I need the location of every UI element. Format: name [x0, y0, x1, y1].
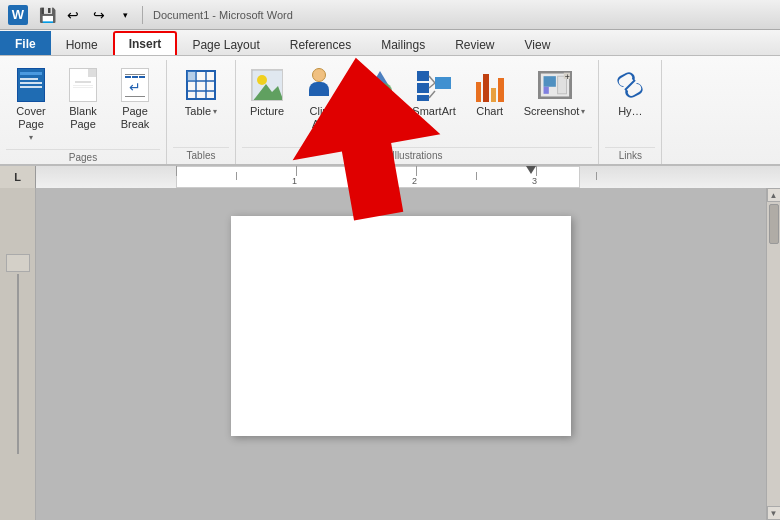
tab-home[interactable]: Home	[51, 33, 113, 55]
document-title: Document1 - Microsoft Word	[153, 9, 293, 21]
quick-access-toolbar: W 💾 ↩ ↪ ▾ Document1 - Microsoft Word	[8, 4, 293, 26]
ribbon: CoverPage ▾ BlankPage	[0, 56, 780, 166]
page-break-icon: ↵	[117, 67, 153, 103]
svg-text:+: +	[564, 72, 569, 82]
ribbon-group-illustrations: Picture ClipArt	[236, 60, 599, 164]
shapes-dropdown-arrow: ▾	[392, 107, 396, 116]
page-number-indicator	[6, 274, 30, 454]
picture-button[interactable]: Picture	[242, 62, 292, 120]
ruler-tick	[596, 172, 597, 180]
smartart-button[interactable]: SmartArt	[405, 62, 462, 120]
svg-rect-5	[187, 71, 196, 81]
ruler-area: L 1 2 3	[0, 166, 780, 188]
svg-rect-13	[417, 83, 429, 93]
left-sidebar	[0, 188, 36, 520]
tab-view[interactable]: View	[510, 33, 566, 55]
ruler-tick	[176, 166, 177, 176]
blank-page-icon	[65, 67, 101, 103]
ruler-tick	[476, 172, 477, 180]
tables-group-label: Tables	[173, 147, 229, 164]
scroll-track	[767, 202, 780, 506]
screenshot-icon: +	[537, 67, 573, 103]
ribbon-group-pages: CoverPage ▾ BlankPage	[0, 60, 167, 164]
svg-rect-17	[435, 77, 451, 89]
shapes-icon	[357, 67, 393, 103]
cover-page-icon	[13, 67, 49, 103]
ruler-tick	[356, 172, 357, 180]
screenshot-label: Screenshot	[524, 105, 580, 117]
scroll-up-button[interactable]: ▲	[767, 188, 781, 202]
blank-page-button[interactable]: BlankPage	[58, 62, 108, 134]
clip-art-button[interactable]: ClipArt	[294, 62, 344, 134]
doc-content	[36, 188, 766, 520]
svg-rect-14	[417, 95, 429, 101]
links-group-label: Links	[605, 147, 655, 164]
table-icon	[183, 67, 219, 103]
pages-group-label: Pages	[6, 149, 160, 166]
shapes-button[interactable]: Shapes ▾	[346, 62, 403, 120]
svg-point-11	[376, 83, 392, 99]
document-area: ▲ ▼	[0, 188, 780, 520]
ruler-tick	[536, 166, 537, 176]
redo-button[interactable]: ↪	[88, 4, 110, 26]
ribbon-group-links: Hy… Links	[599, 60, 662, 164]
ribbon-group-tables: Table ▾ Tables	[167, 60, 236, 164]
scroll-thumb[interactable]	[769, 204, 779, 244]
tab-review[interactable]: Review	[440, 33, 509, 55]
scroll-down-button[interactable]: ▼	[767, 506, 781, 520]
page-break-button[interactable]: ↵ PageBreak	[110, 62, 160, 134]
svg-rect-12	[417, 71, 429, 81]
illustrations-group-label: Illustrations	[242, 147, 592, 164]
word-icon: W	[8, 5, 28, 25]
table-button-label: Table	[185, 105, 211, 117]
vertical-scrollbar: ▲ ▼	[766, 188, 780, 520]
title-bar: W 💾 ↩ ↪ ▾ Document1 - Microsoft Word	[0, 0, 780, 30]
smartart-icon	[416, 67, 452, 103]
page-marker	[6, 254, 30, 272]
svg-line-18	[429, 91, 435, 98]
screenshot-dropdown-arrow: ▾	[581, 107, 585, 116]
undo-button[interactable]: ↩	[62, 4, 84, 26]
screenshot-button[interactable]: + Screenshot ▾	[517, 62, 593, 120]
save-button[interactable]: 💾	[36, 4, 58, 26]
chart-icon	[472, 67, 508, 103]
tab-insert[interactable]: Insert	[113, 31, 178, 55]
ruler-tick	[296, 166, 297, 176]
svg-line-15	[429, 76, 435, 83]
hyperlink-icon	[612, 67, 648, 103]
clip-art-icon	[301, 67, 337, 103]
table-button[interactable]: Table ▾	[173, 62, 229, 120]
chart-button[interactable]: Chart	[465, 62, 515, 120]
ruler-align-button[interactable]: L	[0, 166, 36, 188]
cover-dropdown-arrow: ▾	[29, 133, 33, 142]
svg-rect-21	[543, 87, 548, 94]
ribbon-tabs: File Home Insert Page Layout References …	[0, 30, 780, 56]
table-dropdown-arrow: ▾	[213, 107, 217, 116]
tab-page-layout[interactable]: Page Layout	[177, 33, 274, 55]
shapes-label: Shapes	[353, 105, 390, 117]
svg-point-7	[257, 75, 267, 85]
svg-line-25	[625, 80, 635, 90]
document-page	[231, 216, 571, 436]
tab-mailings[interactable]: Mailings	[366, 33, 440, 55]
svg-line-16	[429, 83, 435, 88]
cover-page-button[interactable]: CoverPage ▾	[6, 62, 56, 145]
tab-references[interactable]: References	[275, 33, 366, 55]
svg-rect-20	[543, 76, 555, 87]
hyperlink-button[interactable]: Hy…	[605, 62, 655, 120]
ruler-marker[interactable]	[526, 166, 536, 174]
tab-file[interactable]: File	[0, 31, 51, 55]
customize-qa-button[interactable]: ▾	[114, 4, 136, 26]
ruler-tick	[236, 172, 237, 180]
picture-icon	[249, 67, 285, 103]
ruler-main: 1 2 3	[36, 166, 780, 188]
ruler-tick	[416, 166, 417, 176]
